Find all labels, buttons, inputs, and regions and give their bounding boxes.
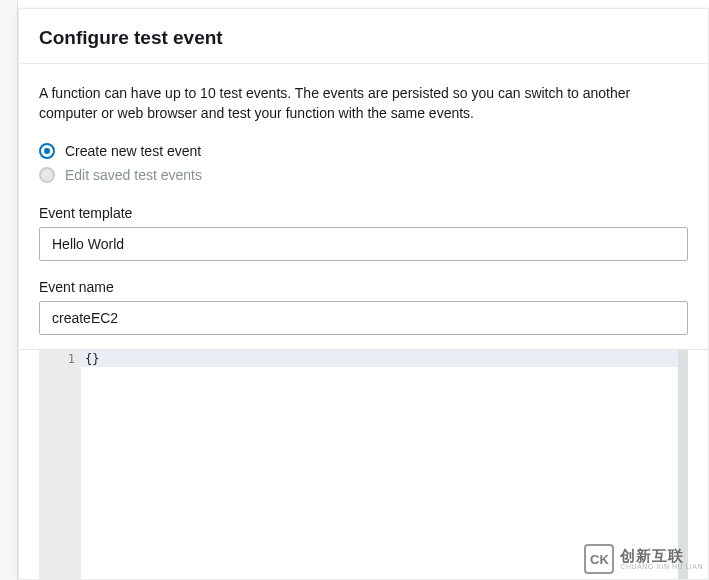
radio-edit-saved-test-events: Edit saved test events	[39, 163, 688, 187]
watermark-text: 创新互联 CHUANG XIN HU LIAN	[620, 548, 703, 570]
active-line-highlight	[81, 350, 678, 367]
radio-button-disabled-icon	[39, 167, 55, 183]
event-name-input[interactable]	[39, 301, 688, 335]
event-template-value: Hello World	[52, 236, 124, 252]
watermark: CK 创新互联 CHUANG XIN HU LIAN	[584, 544, 703, 574]
watermark-sub: CHUANG XIN HU LIAN	[620, 563, 703, 570]
event-template-select-wrap: Hello World	[39, 227, 688, 261]
background-sidebar-fragment	[0, 0, 18, 580]
event-template-label: Event template	[39, 205, 688, 221]
radio-create-label: Create new test event	[65, 143, 201, 159]
watermark-main: 创新互联	[620, 548, 703, 563]
line-number: 1	[39, 352, 75, 366]
radio-create-new-test-event[interactable]: Create new test event	[39, 139, 688, 163]
radio-button-selected-icon	[39, 143, 55, 159]
radio-edit-label: Edit saved test events	[65, 167, 202, 183]
event-template-select[interactable]: Hello World	[39, 227, 688, 261]
watermark-logo-icon: CK	[584, 544, 614, 574]
modal-body: A function can have up to 10 test events…	[19, 64, 708, 579]
code-content: {}	[85, 352, 99, 366]
modal-header: Configure test event	[19, 9, 708, 64]
code-gutter: 1	[39, 350, 81, 579]
modal-description: A function can have up to 10 test events…	[39, 84, 688, 123]
event-mode-radio-group: Create new test event Edit saved test ev…	[39, 139, 688, 187]
event-name-label: Event name	[39, 279, 688, 295]
configure-test-event-modal: Configure test event A function can have…	[18, 8, 709, 580]
modal-title: Configure test event	[39, 27, 688, 49]
